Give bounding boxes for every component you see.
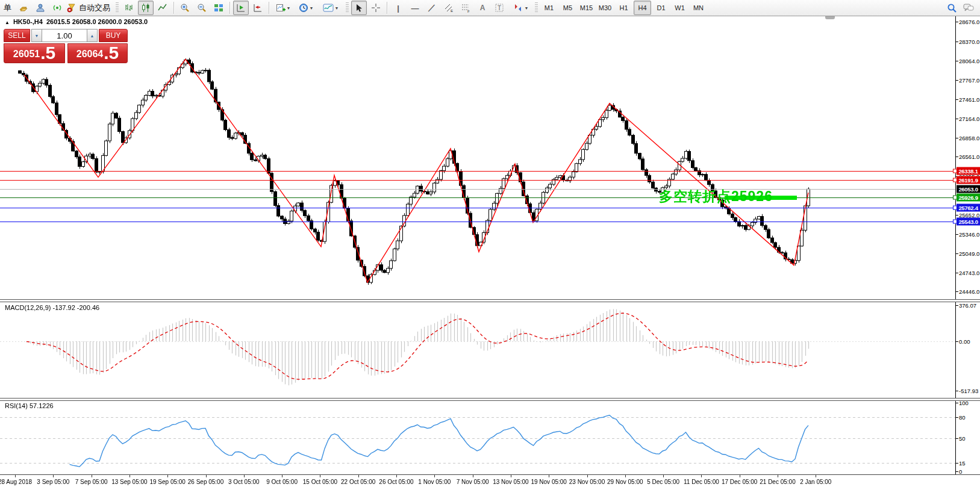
axis-tick-mark	[955, 341, 958, 342]
text-label-icon[interactable]: T	[492, 1, 507, 15]
time-tick-label: 21 Dec 05:00	[760, 479, 796, 485]
auto-scroll-icon[interactable]	[233, 1, 249, 15]
axis-tick-label: 27461.0	[959, 96, 979, 103]
cursor-icon[interactable]	[351, 1, 367, 15]
time-tick-label: 26 Sep 05:00	[188, 479, 224, 485]
sell-label: SELL	[8, 31, 25, 40]
panel-splitter[interactable]	[0, 299, 980, 302]
price-level-line[interactable]	[0, 208, 955, 208]
fibonacci-icon[interactable]: F	[458, 1, 473, 15]
new-chart-caret-icon[interactable]: ▼	[287, 6, 291, 10]
timeframe-mn[interactable]: MN	[690, 1, 707, 15]
arrows-button[interactable]: ▼	[508, 1, 532, 15]
axis-tick-mark	[955, 253, 958, 254]
bar-chart-icon[interactable]	[121, 1, 137, 15]
axis-tick-label: 26561.0	[959, 154, 979, 160]
chart-window[interactable]: 多空转折点25926 ▲HK50-,H4 26015.5 26058.0 260…	[0, 16, 980, 487]
vertical-line-icon[interactable]: |	[390, 1, 406, 15]
axis-tick-mark	[955, 291, 958, 292]
macd-canvas[interactable]	[0, 302, 955, 397]
new-order-button[interactable]: 单	[1, 1, 14, 15]
time-tick-mark	[434, 475, 435, 477]
autotrading-button[interactable]: 自动交易	[66, 1, 113, 15]
price-axis-border	[955, 16, 956, 474]
candlestick-chart-icon[interactable]	[138, 1, 154, 15]
timeframe-w1[interactable]: W1	[671, 1, 688, 15]
trendline-icon[interactable]: ／	[424, 1, 440, 15]
timeframe-d1[interactable]: D1	[652, 1, 670, 15]
time-tick-label: 28 Aug 2018	[0, 479, 32, 485]
timeframe-m15[interactable]: M15	[578, 1, 595, 15]
crosshair-icon[interactable]	[368, 1, 384, 15]
tile-windows-icon[interactable]	[211, 1, 226, 15]
volume-decrease-button[interactable]: ▼	[31, 29, 42, 42]
svg-text:F: F	[467, 10, 470, 13]
time-tick-label: 3 Sep 05:00	[37, 479, 69, 485]
horizontal-line-icon[interactable]: —	[407, 1, 423, 15]
sell-button[interactable]: SELL	[4, 29, 30, 42]
rsi-canvas[interactable]	[0, 401, 955, 474]
arrows-caret-icon[interactable]: ▼	[525, 6, 529, 10]
time-tick-label: 29 Nov 05:00	[607, 479, 643, 485]
profiles-caret-icon[interactable]: ▼	[310, 6, 314, 10]
price-badge: 25926.9	[957, 193, 980, 201]
time-tick-label: 7 Sep 05:00	[75, 479, 108, 485]
equidistant-channel-icon[interactable]: E	[441, 1, 457, 15]
indicators-button[interactable]: ▼	[318, 1, 343, 15]
panel-splitter[interactable]	[0, 398, 980, 401]
price-level-line[interactable]	[0, 171, 955, 172]
chart-shift-icon[interactable]	[250, 1, 266, 15]
time-tick-mark	[244, 475, 245, 477]
price-level-line[interactable]	[0, 222, 955, 222]
time-tick-mark	[511, 475, 511, 477]
time-tick-mark	[663, 475, 664, 477]
autotrading-label: 自动交易	[76, 2, 113, 13]
axis-tick-mark	[955, 61, 958, 61]
text-icon[interactable]: A	[475, 1, 490, 15]
axis-tick-label: -517.93	[959, 388, 978, 394]
chart-symbol-period: HK50-,H4	[13, 18, 43, 25]
zoom-out-icon[interactable]	[194, 1, 210, 15]
axis-tick-label: 27767.0	[959, 76, 979, 83]
price-level-line[interactable]	[0, 197, 955, 198]
timeframe-h4[interactable]: H4	[634, 1, 651, 15]
new-chart-button[interactable]: ▼	[272, 1, 294, 15]
search-icon[interactable]	[944, 1, 960, 15]
chat-icon[interactable]	[961, 1, 976, 15]
axis-tick-mark	[955, 138, 958, 138]
rsi-label: RSI(14) 57.1226	[5, 402, 54, 409]
price-canvas[interactable]	[0, 16, 955, 299]
sell-price-button[interactable]: 26051.5	[4, 43, 65, 63]
time-tick-mark	[206, 475, 207, 477]
turning-point-annotation[interactable]: 多空转折点25926	[659, 187, 773, 206]
indicators-caret-icon[interactable]: ▼	[335, 6, 339, 10]
community-icon[interactable]	[33, 1, 48, 15]
timeframe-m1[interactable]: M1	[540, 1, 558, 15]
time-tick-label: 23 Nov 05:00	[569, 479, 605, 485]
axis-tick-mark	[955, 305, 958, 306]
price-level-line[interactable]	[0, 189, 955, 190]
timeframe-m30[interactable]: M30	[596, 1, 614, 15]
profiles-button[interactable]: ▼	[295, 1, 317, 15]
volume-increase-button[interactable]: ▲	[87, 29, 98, 42]
buy-button[interactable]: BUY	[99, 29, 128, 42]
price-badge: 26191.9	[957, 176, 980, 184]
buy-price-button[interactable]: 26064.5	[67, 43, 128, 63]
macd-label: MACD(12,26,9) -137.92 -200.46	[5, 304, 99, 311]
time-tick-mark	[549, 475, 549, 477]
zoom-in-icon[interactable]	[177, 1, 193, 15]
gold-icon[interactable]	[16, 1, 31, 15]
axis-tick-mark	[955, 22, 958, 22]
signals-icon[interactable]	[49, 1, 65, 15]
axis-tick-label: 28676.0	[959, 19, 979, 25]
time-tick-mark	[130, 475, 130, 477]
spin-up-icon: ▲	[90, 34, 95, 38]
one-click-collapse-icon[interactable]: ▲	[5, 20, 10, 25]
sell-price-fraction: .5	[40, 44, 55, 62]
axis-tick-label: 25652.0	[959, 211, 979, 218]
price-level-line[interactable]	[0, 180, 955, 181]
timeframe-m5[interactable]: M5	[559, 1, 576, 15]
line-chart-icon[interactable]	[155, 1, 170, 15]
volume-input[interactable]	[42, 29, 87, 42]
timeframe-h1[interactable]: H1	[615, 1, 632, 15]
